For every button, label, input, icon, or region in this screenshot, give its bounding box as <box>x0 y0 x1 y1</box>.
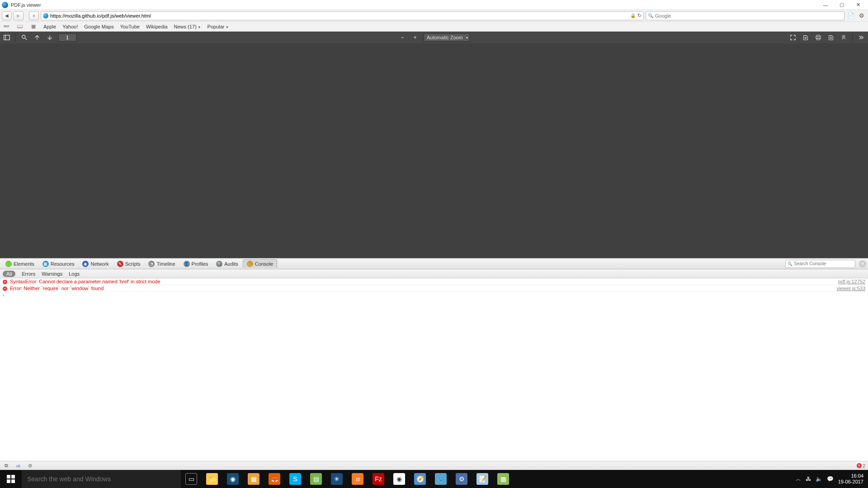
taskbar-search[interactable] <box>22 470 181 488</box>
taskbar-app-xampp[interactable]: ⧈ <box>347 470 368 488</box>
bookmark-wikipedia[interactable]: Wikipedia <box>146 24 168 29</box>
devtools-tab-console[interactable]: ›_Console <box>243 259 277 268</box>
reader-icon[interactable]: 👓 <box>3 23 10 30</box>
pdf-viewer-area[interactable] <box>0 43 868 258</box>
bookmark-googlemaps[interactable]: Google Maps <box>84 24 113 29</box>
globe-icon <box>43 13 48 19</box>
task-view-button[interactable]: ▭ <box>181 470 202 488</box>
devtools-tab-elements[interactable]: ⬚Elements <box>2 260 38 268</box>
svg-rect-7 <box>7 475 10 479</box>
taskbar-app-notepad[interactable]: 📝 <box>472 470 493 488</box>
find-button[interactable] <box>20 33 28 42</box>
page-number-input[interactable] <box>58 33 76 42</box>
new-page-button[interactable]: 📄 <box>846 11 855 20</box>
taskbar-app-2[interactable]: ▦ <box>243 470 264 488</box>
filter-all[interactable]: All <box>3 271 15 277</box>
prev-page-button[interactable] <box>33 33 41 42</box>
filter-logs[interactable]: Logs <box>69 271 80 277</box>
console-source-link[interactable]: viewer.js:533 <box>836 286 865 291</box>
print-button[interactable] <box>814 33 822 42</box>
devtools-statusbar: ⧉ ›≡ ⊘ ✕2 <box>0 461 868 470</box>
window-titlebar: PDF.js viewer — ▢ ✕ <box>0 0 868 10</box>
filter-errors[interactable]: Errors <box>22 271 35 277</box>
clear-button[interactable]: ⊘ <box>26 463 33 469</box>
clock-time: 16:04 <box>838 473 863 479</box>
console-toggle-button[interactable]: ›≡ <box>14 463 22 469</box>
dock-button[interactable]: ⧉ <box>3 463 10 469</box>
forward-button[interactable]: ▶ <box>14 11 24 20</box>
devtools-search-input[interactable] <box>794 261 853 266</box>
devtools-search[interactable]: 🔍 <box>785 260 855 268</box>
taskbar-search-input[interactable] <box>27 475 175 483</box>
add-tab-button[interactable]: ＋ <box>29 11 39 20</box>
start-button[interactable] <box>0 470 22 488</box>
svg-point-2 <box>22 35 25 38</box>
book-icon[interactable]: 📖 <box>16 23 24 30</box>
system-tray: ︿ 🖧 🔈 💬 16:04 19-06-2017 <box>791 473 868 485</box>
filter-warnings[interactable]: Warnings <box>42 271 62 277</box>
search-bar[interactable]: 🔍 <box>646 11 844 20</box>
reload-button[interactable]: ↻ <box>637 13 642 19</box>
console-error-row: ✕ Error: Neither `require` nor `window` … <box>0 285 868 292</box>
bookmark-news[interactable]: News (17)▼ <box>174 24 201 29</box>
tools-more-button[interactable] <box>857 33 865 42</box>
presentation-button[interactable] <box>789 33 797 42</box>
bookmark-youtube[interactable]: YouTube <box>120 24 140 29</box>
error-count-badge[interactable]: ✕2 <box>857 463 865 469</box>
tray-chevron-icon[interactable]: ︿ <box>796 475 801 483</box>
zoom-select[interactable]: Automatic Zoom <box>424 33 470 42</box>
taskbar-app-filezilla[interactable]: Fz <box>368 470 389 488</box>
browser-toolbar: ◀ ▶ ＋ 🔒 ↻ 🔍 📄 ⚙ <box>0 10 868 22</box>
taskbar-app-explorer[interactable]: 📁 <box>202 470 222 488</box>
close-button[interactable]: ✕ <box>850 1 866 9</box>
sidebar-toggle-button[interactable] <box>3 33 11 42</box>
devtools-tab-profiles[interactable]: 👤Profiles <box>180 260 212 268</box>
bookmark-yahoo[interactable]: Yahoo! <box>62 24 78 29</box>
bookmark-apple[interactable]: Apple <box>43 24 56 29</box>
devtools-tab-timeline[interactable]: ◔Timeline <box>145 260 179 268</box>
url-bar[interactable]: 🔒 ↻ <box>41 11 644 20</box>
taskbar-app-safari[interactable]: 🧭 <box>410 470 430 488</box>
taskbar-app-7[interactable]: ▦ <box>493 470 514 488</box>
devtools-tab-network[interactable]: ◉Network <box>79 260 112 268</box>
svg-rect-9 <box>7 479 10 483</box>
console-filter-bar: All Errors Warnings Logs <box>0 269 868 278</box>
back-button[interactable]: ◀ <box>2 11 12 20</box>
devtools-tab-scripts[interactable]: ✎Scripts <box>113 260 144 268</box>
tray-clock[interactable]: 16:04 19-06-2017 <box>838 473 863 485</box>
taskbar-app-3[interactable]: ▤ <box>306 470 326 488</box>
devtools-tab-audits[interactable]: 🔍Audits <box>212 260 242 268</box>
taskbar-app-5[interactable]: 🐦 <box>430 470 451 488</box>
download-button[interactable] <box>827 33 835 42</box>
bookmarks-bar: 👓 📖 ▦ Apple Yahoo! Google Maps YouTube W… <box>0 22 868 32</box>
minimize-button[interactable]: — <box>817 1 834 9</box>
taskbar-app-6[interactable]: ⚙ <box>451 470 472 488</box>
tray-volume-icon[interactable]: 🔈 <box>816 476 822 482</box>
url-input[interactable] <box>50 13 628 19</box>
zoom-in-button[interactable]: + <box>411 33 419 42</box>
devtools-close-button[interactable]: ✕ <box>859 260 866 267</box>
console-prompt[interactable]: › <box>0 292 868 298</box>
console-source-link[interactable]: pdf.js:12752 <box>838 279 865 284</box>
tray-network-icon[interactable]: 🖧 <box>806 476 811 482</box>
zoom-out-button[interactable]: − <box>398 33 406 42</box>
devtools-tab-resources[interactable]: ▦Resources <box>39 260 78 268</box>
taskbar-app-firefox[interactable]: 🦊 <box>264 470 285 488</box>
bookmark-button[interactable] <box>840 33 848 42</box>
tray-notifications-icon[interactable]: 💬 <box>827 476 834 482</box>
maximize-button[interactable]: ▢ <box>834 1 850 9</box>
devtools-tabs: ⬚Elements ▦Resources ◉Network ✎Scripts ◔… <box>0 258 868 269</box>
bookmark-popular[interactable]: Popular▼ <box>208 24 229 29</box>
taskbar-app-skype[interactable]: S <box>285 470 306 488</box>
svg-line-3 <box>25 38 27 40</box>
next-page-button[interactable] <box>46 33 54 42</box>
open-file-button[interactable] <box>802 33 810 42</box>
taskbar-app-4[interactable]: ✳ <box>326 470 347 488</box>
search-input[interactable] <box>655 13 842 19</box>
settings-gear-button[interactable]: ⚙ <box>857 11 866 20</box>
console-message: SyntaxError: Cannot declare a parameter … <box>10 279 838 284</box>
apps-grid-icon[interactable]: ▦ <box>30 23 37 30</box>
taskbar-app-chrome[interactable]: ◉ <box>389 470 410 488</box>
taskbar-app-1[interactable]: ◉ <box>222 470 243 488</box>
devtools-panel: ⬚Elements ▦Resources ◉Network ✎Scripts ◔… <box>0 258 868 437</box>
